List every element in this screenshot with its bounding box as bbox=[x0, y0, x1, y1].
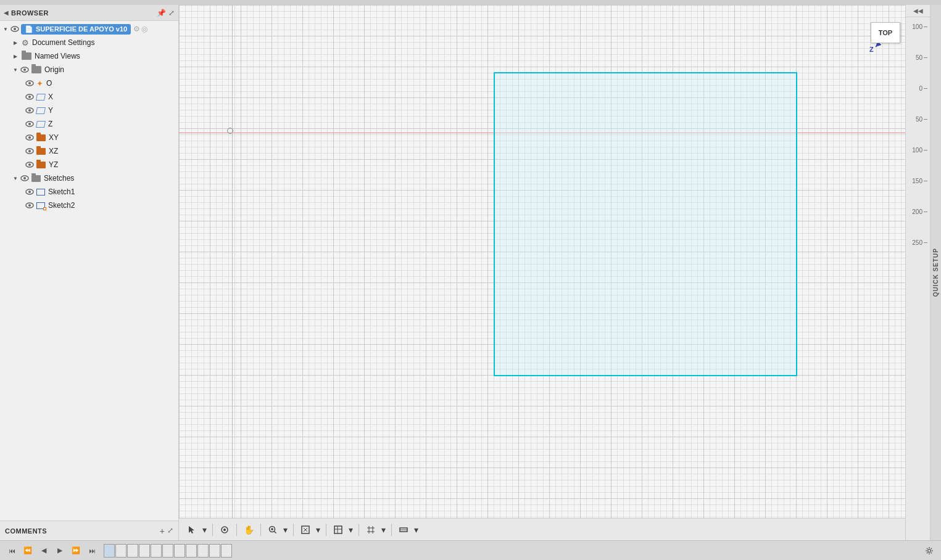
svg-point-27 bbox=[223, 529, 226, 531]
tree-sketch1[interactable]: Sketch1 bbox=[0, 185, 178, 199]
comments-expand-icon[interactable]: ⤢ bbox=[167, 526, 173, 536]
sidebar-pin-icon[interactable]: 📌 bbox=[157, 9, 166, 17]
timeline-marker-8[interactable] bbox=[186, 544, 197, 558]
select-tool-button[interactable] bbox=[184, 522, 200, 538]
ruler-value: 150 bbox=[912, 178, 922, 184]
timeline-marker-3[interactable] bbox=[127, 544, 138, 558]
sidebar-expand-arrow[interactable]: ◀ bbox=[4, 9, 9, 16]
root-expand-arrow[interactable] bbox=[1, 25, 10, 33]
select-dropdown-button[interactable]: ▾ bbox=[200, 522, 209, 538]
play-reverse-button[interactable]: ◀ bbox=[37, 544, 51, 558]
svg-line-31 bbox=[274, 531, 276, 533]
top-view-indicator[interactable]: TOP bbox=[871, 22, 900, 43]
timeline-marker-6[interactable] bbox=[162, 544, 173, 558]
toolbar-group-pan: ✋ bbox=[241, 522, 257, 538]
settings-button-bottom[interactable] bbox=[922, 544, 936, 558]
sketches-eye-icon[interactable] bbox=[20, 173, 30, 183]
tree-origin-yz[interactable]: YZ bbox=[0, 158, 178, 171]
timeline-marker-5[interactable] bbox=[151, 544, 162, 558]
comments-add-icon[interactable]: + bbox=[160, 526, 165, 536]
quick-setup-panel[interactable]: QUICK SETUP bbox=[930, 5, 941, 540]
extra-dropdown-button[interactable]: ▾ bbox=[412, 522, 420, 538]
display-dropdown-button[interactable]: ▾ bbox=[346, 522, 355, 538]
doc-settings-expand[interactable] bbox=[11, 38, 20, 47]
xz-eye-icon[interactable] bbox=[25, 146, 35, 156]
tree-origin-o[interactable]: ✦ O bbox=[0, 76, 178, 90]
sidebar-expand-icon[interactable]: ⤢ bbox=[168, 9, 175, 17]
svg-point-7 bbox=[28, 96, 31, 98]
x-eye-icon[interactable] bbox=[25, 92, 35, 102]
ruler-tick-50-top: 50 bbox=[906, 54, 930, 61]
o-eye-icon[interactable] bbox=[25, 78, 35, 88]
toolbar-group-fit: ▾ bbox=[297, 522, 322, 538]
timeline-marker-2[interactable] bbox=[115, 544, 126, 558]
svg-point-23 bbox=[28, 204, 31, 207]
root-eye-icon[interactable] bbox=[10, 24, 20, 34]
go-to-start-button[interactable]: ⏮ bbox=[5, 544, 19, 558]
yz-eye-icon[interactable] bbox=[25, 160, 35, 170]
fit-dropdown-button[interactable]: ▾ bbox=[313, 522, 322, 538]
xy-eye-icon[interactable] bbox=[25, 133, 35, 142]
settings-spacer bbox=[922, 544, 936, 558]
timeline-marker-4[interactable] bbox=[139, 544, 150, 558]
canvas-area[interactable]: X Z bbox=[179, 5, 905, 540]
toolbar-group-grid: ▾ bbox=[363, 522, 388, 538]
sketches-expand[interactable] bbox=[11, 174, 20, 183]
tree-origin-y[interactable]: Y bbox=[0, 104, 178, 117]
x-plane-icon bbox=[36, 94, 46, 101]
origin-eye-icon[interactable] bbox=[20, 65, 30, 75]
origin-expand[interactable] bbox=[11, 65, 20, 74]
grid-button[interactable] bbox=[363, 522, 379, 538]
tree-origin-z[interactable]: Z bbox=[0, 117, 178, 131]
tree-origin[interactable]: Origin bbox=[0, 63, 178, 76]
y-plane-label: Y bbox=[48, 106, 53, 115]
step-forward-button[interactable]: ⏩ bbox=[69, 544, 83, 558]
quick-setup-label: QUICK SETUP bbox=[932, 248, 939, 297]
zoom-dropdown-button[interactable]: ▾ bbox=[281, 522, 289, 538]
tree-origin-xy[interactable]: XY bbox=[0, 131, 178, 144]
comments-actions: + ⤢ bbox=[160, 526, 173, 536]
doc-settings-icon[interactable]: ⚙ bbox=[133, 25, 140, 33]
extra-tool-button[interactable] bbox=[396, 522, 412, 538]
tree-named-views[interactable]: Named Views bbox=[0, 49, 178, 63]
grid-dropdown-button[interactable]: ▾ bbox=[379, 522, 388, 538]
tree-root-document[interactable]: 📄 SUPERFICIE DE APOYO v10 ⚙ ◎ bbox=[0, 22, 178, 36]
pan-tool-button[interactable]: ✋ bbox=[241, 522, 257, 538]
y-eye-icon[interactable] bbox=[25, 105, 35, 115]
sidebar-header: ◀ BROWSER 📌 ⤢ bbox=[0, 5, 178, 21]
x-plane-label: X bbox=[48, 93, 53, 101]
svg-point-44 bbox=[928, 549, 931, 552]
tree-origin-x[interactable]: X bbox=[0, 90, 178, 104]
z-plane-label: Z bbox=[48, 120, 52, 128]
timeline-marker-7[interactable] bbox=[174, 544, 185, 558]
view-indicator-group: X Z bbox=[869, 22, 900, 53]
sketch1-eye-icon[interactable] bbox=[25, 187, 35, 197]
named-views-expand[interactable] bbox=[11, 52, 20, 60]
svg-rect-35 bbox=[334, 526, 342, 533]
step-back-button[interactable]: ⏪ bbox=[21, 544, 35, 558]
tree-sketches[interactable]: Sketches bbox=[0, 171, 178, 185]
sketches-label: Sketches bbox=[44, 174, 74, 183]
svg-point-11 bbox=[28, 123, 31, 125]
go-to-end-button[interactable]: ⏭ bbox=[85, 544, 99, 558]
display-mode-button[interactable] bbox=[330, 522, 346, 538]
tree-document-settings[interactable]: ⚙ Document Settings bbox=[0, 36, 178, 49]
timeline-marker-11[interactable] bbox=[221, 544, 232, 558]
z-eye-icon[interactable] bbox=[25, 119, 35, 129]
timeline-marker-10[interactable] bbox=[209, 544, 220, 558]
zoom-fit-button[interactable] bbox=[297, 522, 313, 538]
ruler-scroll-up[interactable]: ◀◀ bbox=[906, 5, 930, 17]
tree-origin-xz[interactable]: XZ bbox=[0, 144, 178, 158]
timeline-marker-1[interactable] bbox=[104, 544, 115, 558]
svg-point-5 bbox=[28, 82, 31, 84]
sketch2-eye-icon[interactable] bbox=[25, 200, 35, 210]
play-button[interactable]: ▶ bbox=[53, 544, 67, 558]
origin-tool-button[interactable] bbox=[217, 522, 233, 538]
right-ruler: ◀◀ 100 50 0 50 100 150 200 250 bbox=[905, 5, 930, 540]
zoom-in-button[interactable] bbox=[265, 522, 281, 538]
sidebar-header-icons: 📌 ⤢ bbox=[157, 9, 175, 17]
ruler-value: 50 bbox=[916, 116, 922, 123]
doc-target-icon[interactable]: ◎ bbox=[141, 25, 147, 33]
tree-sketch2[interactable]: Sketch2 bbox=[0, 199, 178, 212]
timeline-marker-9[interactable] bbox=[197, 544, 209, 558]
